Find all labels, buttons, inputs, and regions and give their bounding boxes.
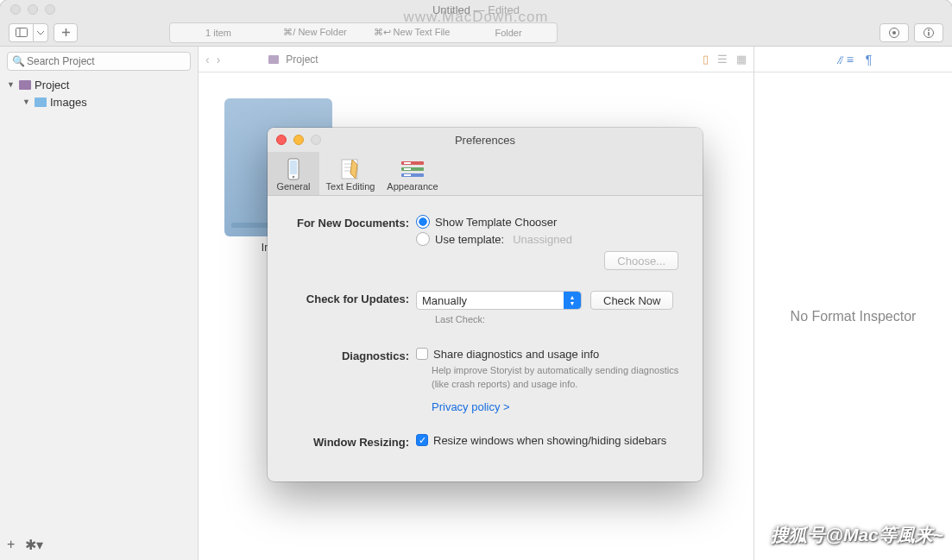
svg-rect-8: [928, 32, 930, 36]
prefs-titlebar: Preferences: [268, 128, 703, 152]
resizing-label: Window Resizing:: [287, 434, 416, 450]
updates-label: Check for Updates:: [287, 291, 416, 327]
disclosure-icon[interactable]: ▼: [7, 80, 16, 89]
svg-rect-10: [290, 160, 297, 174]
forward-button[interactable]: ›: [217, 53, 221, 66]
share-diagnostics-label: Share diagnostics and usage info: [433, 348, 599, 361]
sidebar: 🔍 ▼ Project ▼ Images + ✱▾: [0, 47, 199, 560]
window-title: Untitled — Edited: [432, 3, 520, 16]
new-folder-hint: ⌘/ New Folder: [267, 27, 363, 38]
new-text-file-hint: ⌘↩ New Text File: [363, 27, 460, 38]
gear-icon[interactable]: ✱▾: [25, 537, 43, 553]
tree-child-label: Images: [50, 96, 87, 109]
grid-view-icon[interactable]: ▦: [736, 53, 747, 66]
prefs-tabs: General Text Editing Appearance: [268, 152, 703, 196]
diagnostics-hint: Help improve Storyist by automatically s…: [432, 364, 684, 392]
disclosure-icon[interactable]: ▼: [22, 98, 31, 106]
update-mode-select[interactable]: Manually ▲▼: [416, 291, 582, 310]
toolbar: 1 item ⌘/ New Folder ⌘↩ New Text File Fo…: [0, 19, 952, 47]
inspector-toolbar: ⫽≡ ¶: [754, 47, 952, 72]
category-inspector-icon[interactable]: ⫽≡: [835, 53, 854, 66]
svg-rect-0: [16, 28, 27, 37]
close-icon[interactable]: [276, 135, 287, 145]
minimize-icon[interactable]: [28, 4, 38, 15]
traffic-lights[interactable]: [0, 4, 55, 15]
tree-root[interactable]: ▼ Project: [0, 76, 198, 93]
breadcrumb-folder-icon: [268, 55, 279, 64]
sidebar-dropdown-button[interactable]: [33, 23, 48, 42]
show-chooser-label: Show Template Chooser: [435, 216, 557, 229]
minimize-icon[interactable]: [293, 135, 304, 145]
resize-checkbox[interactable]: ✓: [416, 434, 428, 446]
new-docs-label: For New Documents:: [287, 215, 416, 270]
general-icon: [269, 157, 318, 181]
svg-point-7: [928, 29, 930, 31]
titlebar: Untitled — Edited: [0, 0, 952, 19]
project-tree: ▼ Project ▼ Images: [0, 76, 198, 110]
diagnostics-label: Diagnostics:: [287, 348, 416, 413]
tab-text-editing[interactable]: Text Editing: [319, 152, 381, 195]
last-check-label: Last Check:: [435, 313, 684, 327]
item-count: 1 item: [170, 28, 267, 38]
svg-rect-19: [404, 162, 411, 164]
inspector-panel: ⫽≡ ¶ No Format Inspector: [753, 47, 952, 560]
inspector-empty: No Format Inspector: [754, 72, 952, 560]
target-button[interactable]: [879, 23, 909, 42]
share-diagnostics-checkbox[interactable]: [416, 348, 428, 360]
prefs-title: Preferences: [455, 134, 515, 147]
choose-template-button[interactable]: Choose...: [604, 251, 678, 270]
close-icon[interactable]: [10, 4, 21, 15]
add-button[interactable]: [54, 23, 78, 42]
breadcrumb[interactable]: Project: [286, 53, 318, 66]
svg-rect-20: [404, 168, 411, 170]
chevron-updown-icon: ▲▼: [564, 292, 581, 309]
content-toolbar: ‹ › Project ▯ ☰ ▦: [199, 47, 753, 72]
preferences-dialog: Preferences General Text Editing Appeara…: [268, 128, 703, 481]
svg-rect-21: [404, 174, 411, 176]
privacy-policy-link[interactable]: Privacy policy >: [432, 400, 510, 413]
page-view-icon[interactable]: ▯: [703, 53, 709, 66]
resize-label: Resize windows when showing/hiding sideb…: [433, 434, 666, 447]
radio-show-chooser[interactable]: [416, 215, 430, 229]
check-now-button[interactable]: Check Now: [590, 291, 673, 310]
template-name: Unassigned: [513, 233, 572, 246]
status-bar: 1 item ⌘/ New Folder ⌘↩ New Text File Fo…: [169, 22, 558, 43]
project-folder-icon: [19, 80, 31, 90]
radio-use-template[interactable]: [416, 232, 430, 246]
appearance-icon: [383, 157, 442, 181]
images-folder-icon: [35, 98, 47, 107]
svg-point-11: [293, 176, 295, 179]
use-template-label: Use template:: [435, 233, 504, 246]
add-item-button[interactable]: +: [7, 537, 15, 553]
tree-child[interactable]: ▼ Images: [0, 93, 198, 110]
zoom-icon: [311, 135, 321, 145]
back-button[interactable]: ‹: [205, 53, 210, 66]
list-view-icon[interactable]: ☰: [717, 53, 728, 66]
tab-general[interactable]: General: [268, 152, 319, 195]
sidebar-toggle-button[interactable]: [9, 23, 33, 42]
svg-point-5: [892, 31, 896, 35]
info-button[interactable]: [914, 23, 943, 42]
zoom-icon[interactable]: [45, 4, 55, 15]
search-icon: 🔍: [12, 55, 25, 67]
tree-root-label: Project: [35, 79, 69, 91]
search-input[interactable]: [7, 52, 191, 71]
tab-appearance[interactable]: Appearance: [381, 152, 444, 195]
pilcrow-icon[interactable]: ¶: [866, 53, 873, 66]
text-editing-icon: [321, 157, 380, 181]
folder-label: Folder: [460, 28, 557, 38]
